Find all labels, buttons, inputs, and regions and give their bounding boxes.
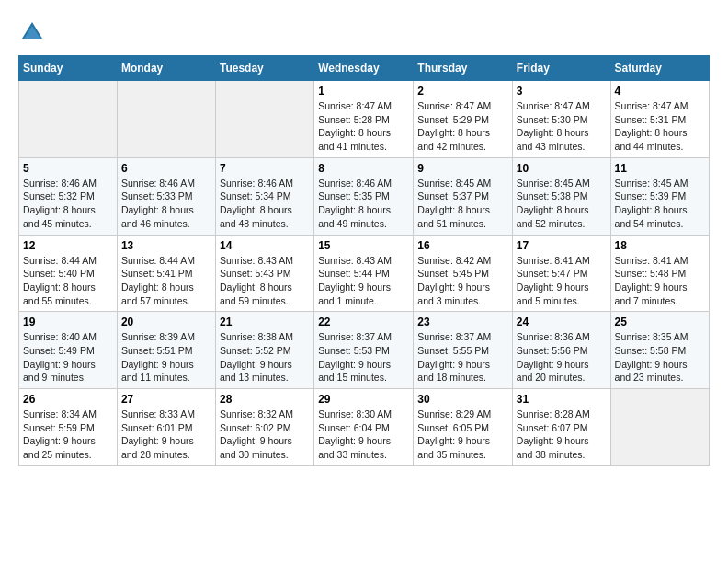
day-number: 20 [121,316,211,328]
day-number: 30 [417,393,508,406]
day-number: 21 [220,316,310,328]
week-row-2: 12Sunrise: 8:44 AM Sunset: 5:40 PM Dayli… [19,235,710,312]
day-cell: 16Sunrise: 8:42 AM Sunset: 5:45 PM Dayli… [414,235,513,312]
day-number: 14 [220,239,310,252]
day-content: Sunrise: 8:43 AM Sunset: 5:43 PM Dayligh… [220,254,310,308]
day-number: 24 [517,316,607,328]
day-cell: 23Sunrise: 8:37 AM Sunset: 5:55 PM Dayli… [414,312,513,389]
page-header [18,18,710,46]
day-cell: 18Sunrise: 8:41 AM Sunset: 5:48 PM Dayli… [610,235,709,312]
day-content: Sunrise: 8:47 AM Sunset: 5:31 PM Dayligh… [615,99,705,154]
day-content: Sunrise: 8:47 AM Sunset: 5:30 PM Dayligh… [517,99,607,154]
day-number: 6 [121,162,211,175]
day-content: Sunrise: 8:35 AM Sunset: 5:58 PM Dayligh… [615,330,705,385]
day-number: 12 [23,239,113,252]
day-content: Sunrise: 8:40 AM Sunset: 5:49 PM Dayligh… [23,330,113,385]
day-content: Sunrise: 8:36 AM Sunset: 5:56 PM Dayligh… [517,330,607,385]
day-cell: 29Sunrise: 8:30 AM Sunset: 6:04 PM Dayli… [314,389,414,466]
week-row-4: 26Sunrise: 8:34 AM Sunset: 5:59 PM Dayli… [19,389,710,466]
day-content: Sunrise: 8:38 AM Sunset: 5:52 PM Dayligh… [220,330,310,385]
day-cell: 1Sunrise: 8:47 AM Sunset: 5:28 PM Daylig… [314,81,414,158]
day-content: Sunrise: 8:46 AM Sunset: 5:33 PM Dayligh… [121,177,211,231]
day-cell: 17Sunrise: 8:41 AM Sunset: 5:47 PM Dayli… [512,235,610,312]
day-content: Sunrise: 8:44 AM Sunset: 5:41 PM Dayligh… [121,254,211,308]
calendar-body: 1Sunrise: 8:47 AM Sunset: 5:28 PM Daylig… [19,81,710,466]
day-content: Sunrise: 8:45 AM Sunset: 5:37 PM Dayligh… [417,177,508,231]
day-content: Sunrise: 8:46 AM Sunset: 5:32 PM Dayligh… [23,177,113,231]
header-thursday: Thursday [414,56,513,81]
day-content: Sunrise: 8:37 AM Sunset: 5:55 PM Dayligh… [417,330,508,385]
day-content: Sunrise: 8:47 AM Sunset: 5:28 PM Dayligh… [318,99,409,154]
day-number: 18 [615,239,705,252]
day-number: 13 [121,239,211,252]
header-friday: Friday [512,56,610,81]
day-cell: 21Sunrise: 8:38 AM Sunset: 5:52 PM Dayli… [215,312,313,389]
day-cell: 8Sunrise: 8:46 AM Sunset: 5:35 PM Daylig… [314,157,414,235]
day-number: 27 [121,393,211,406]
day-number: 26 [23,393,113,406]
header-wednesday: Wednesday [314,56,414,81]
day-content: Sunrise: 8:41 AM Sunset: 5:47 PM Dayligh… [517,254,607,308]
day-cell: 30Sunrise: 8:29 AM Sunset: 6:05 PM Dayli… [414,389,513,466]
header-row: SundayMondayTuesdayWednesdayThursdayFrid… [19,56,710,81]
day-cell: 27Sunrise: 8:33 AM Sunset: 6:01 PM Dayli… [117,389,215,466]
day-number: 3 [517,85,607,98]
day-cell: 5Sunrise: 8:46 AM Sunset: 5:32 PM Daylig… [19,157,118,235]
day-content: Sunrise: 8:41 AM Sunset: 5:48 PM Dayligh… [615,254,705,308]
week-row-1: 5Sunrise: 8:46 AM Sunset: 5:32 PM Daylig… [19,157,710,235]
day-cell: 31Sunrise: 8:28 AM Sunset: 6:07 PM Dayli… [512,389,610,466]
day-content: Sunrise: 8:42 AM Sunset: 5:45 PM Dayligh… [417,254,508,308]
day-number: 10 [517,162,607,175]
day-cell: 13Sunrise: 8:44 AM Sunset: 5:41 PM Dayli… [117,235,215,312]
day-content: Sunrise: 8:34 AM Sunset: 5:59 PM Dayligh… [23,408,113,462]
header-sunday: Sunday [19,56,118,81]
day-number: 2 [417,85,508,98]
day-cell: 28Sunrise: 8:32 AM Sunset: 6:02 PM Dayli… [215,389,313,466]
day-content: Sunrise: 8:46 AM Sunset: 5:35 PM Dayligh… [318,177,409,231]
day-number: 16 [417,239,508,252]
day-cell: 4Sunrise: 8:47 AM Sunset: 5:31 PM Daylig… [610,81,709,158]
calendar-header: SundayMondayTuesdayWednesdayThursdayFrid… [19,56,710,81]
header-saturday: Saturday [610,56,709,81]
day-content: Sunrise: 8:43 AM Sunset: 5:44 PM Dayligh… [318,254,409,308]
day-number: 4 [615,85,705,98]
day-cell: 19Sunrise: 8:40 AM Sunset: 5:49 PM Dayli… [19,312,118,389]
day-cell: 7Sunrise: 8:46 AM Sunset: 5:34 PM Daylig… [215,157,313,235]
day-cell: 22Sunrise: 8:37 AM Sunset: 5:53 PM Dayli… [314,312,414,389]
day-number: 28 [220,393,310,406]
day-cell: 24Sunrise: 8:36 AM Sunset: 5:56 PM Dayli… [512,312,610,389]
day-number: 5 [23,162,113,175]
day-cell [215,81,313,158]
day-content: Sunrise: 8:39 AM Sunset: 5:51 PM Dayligh… [121,330,211,385]
day-cell: 6Sunrise: 8:46 AM Sunset: 5:33 PM Daylig… [117,157,215,235]
day-cell: 9Sunrise: 8:45 AM Sunset: 5:37 PM Daylig… [414,157,513,235]
day-cell: 14Sunrise: 8:43 AM Sunset: 5:43 PM Dayli… [215,235,313,312]
day-cell: 3Sunrise: 8:47 AM Sunset: 5:30 PM Daylig… [512,81,610,158]
logo-icon [18,18,46,46]
calendar: SundayMondayTuesdayWednesdayThursdayFrid… [18,55,710,466]
day-cell [610,389,709,466]
day-number: 22 [318,316,409,328]
day-number: 25 [615,316,705,328]
day-content: Sunrise: 8:45 AM Sunset: 5:39 PM Dayligh… [615,177,705,231]
day-cell: 26Sunrise: 8:34 AM Sunset: 5:59 PM Dayli… [19,389,118,466]
day-cell: 12Sunrise: 8:44 AM Sunset: 5:40 PM Dayli… [19,235,118,312]
day-cell: 25Sunrise: 8:35 AM Sunset: 5:58 PM Dayli… [610,312,709,389]
day-number: 31 [517,393,607,406]
week-row-3: 19Sunrise: 8:40 AM Sunset: 5:49 PM Dayli… [19,312,710,389]
day-content: Sunrise: 8:44 AM Sunset: 5:40 PM Dayligh… [23,254,113,308]
day-cell: 2Sunrise: 8:47 AM Sunset: 5:29 PM Daylig… [414,81,513,158]
day-number: 11 [615,162,705,175]
day-number: 8 [318,162,409,175]
day-number: 29 [318,393,409,406]
day-cell: 20Sunrise: 8:39 AM Sunset: 5:51 PM Dayli… [117,312,215,389]
day-cell: 15Sunrise: 8:43 AM Sunset: 5:44 PM Dayli… [314,235,414,312]
day-content: Sunrise: 8:33 AM Sunset: 6:01 PM Dayligh… [121,408,211,462]
day-content: Sunrise: 8:37 AM Sunset: 5:53 PM Dayligh… [318,330,409,385]
day-content: Sunrise: 8:46 AM Sunset: 5:34 PM Dayligh… [220,177,310,231]
day-content: Sunrise: 8:28 AM Sunset: 6:07 PM Dayligh… [517,408,607,462]
day-content: Sunrise: 8:30 AM Sunset: 6:04 PM Dayligh… [318,408,409,462]
logo [18,18,50,46]
day-content: Sunrise: 8:29 AM Sunset: 6:05 PM Dayligh… [417,408,508,462]
week-row-0: 1Sunrise: 8:47 AM Sunset: 5:28 PM Daylig… [19,81,710,158]
